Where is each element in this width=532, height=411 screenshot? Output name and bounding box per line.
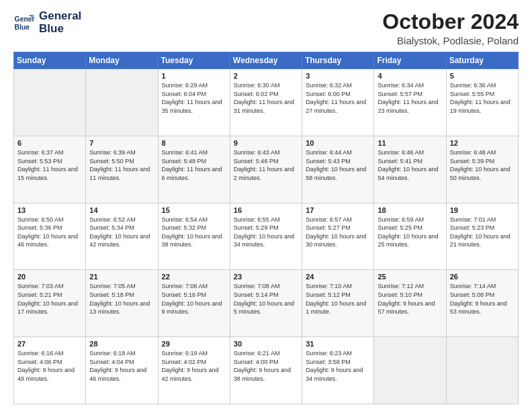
col-monday: Monday (86, 52, 158, 69)
day-info: Sunrise: 7:12 AMSunset: 5:10 PMDaylight:… (378, 283, 435, 315)
day-number: 4 (378, 72, 442, 80)
day-number: 25 (378, 273, 442, 281)
table-row: 15Sunrise: 6:54 AMSunset: 5:32 PMDayligh… (158, 203, 230, 270)
calendar-week-row: 6Sunrise: 6:37 AMSunset: 5:53 PMDaylight… (14, 136, 519, 203)
calendar-week-row: 13Sunrise: 6:50 AMSunset: 5:36 PMDayligh… (14, 203, 519, 270)
day-info: Sunrise: 7:01 AMSunset: 5:23 PMDaylight:… (450, 216, 511, 248)
day-info: Sunrise: 6:29 AMSunset: 6:04 PMDaylight:… (162, 82, 222, 114)
calendar-week-row: 27Sunrise: 6:16 AMSunset: 4:06 PMDayligh… (14, 337, 519, 404)
table-row: 29Sunrise: 6:19 AMSunset: 4:02 PMDayligh… (158, 337, 230, 404)
day-info: Sunrise: 6:16 AMSunset: 4:06 PMDaylight:… (17, 350, 75, 382)
day-info: Sunrise: 7:06 AMSunset: 5:16 PMDaylight:… (162, 283, 222, 315)
table-row: 1Sunrise: 6:29 AMSunset: 6:04 PMDaylight… (158, 69, 230, 136)
day-info: Sunrise: 6:39 AMSunset: 5:50 PMDaylight:… (89, 149, 150, 181)
table-row: 24Sunrise: 7:10 AMSunset: 5:12 PMDayligh… (302, 270, 374, 337)
day-number: 23 (234, 273, 298, 281)
day-number: 3 (306, 72, 370, 80)
day-info: Sunrise: 6:37 AMSunset: 5:53 PMDaylight:… (17, 149, 78, 181)
day-number: 2 (234, 72, 298, 80)
day-info: Sunrise: 6:48 AMSunset: 5:39 PMDaylight:… (450, 149, 511, 181)
calendar-week-row: 1Sunrise: 6:29 AMSunset: 6:04 PMDaylight… (14, 69, 519, 136)
day-number: 27 (17, 340, 82, 348)
day-info: Sunrise: 6:32 AMSunset: 6:00 PMDaylight:… (306, 82, 366, 114)
calendar-week-row: 20Sunrise: 7:03 AMSunset: 5:21 PMDayligh… (14, 270, 519, 337)
day-info: Sunrise: 6:23 AMSunset: 3:58 PMDaylight:… (306, 350, 363, 382)
table-row: 18Sunrise: 6:59 AMSunset: 5:25 PMDayligh… (374, 203, 446, 270)
day-info: Sunrise: 6:21 AMSunset: 4:00 PMDaylight:… (234, 350, 291, 382)
day-info: Sunrise: 6:41 AMSunset: 5:48 PMDaylight:… (162, 149, 222, 181)
day-info: Sunrise: 7:10 AMSunset: 5:12 PMDaylight:… (306, 283, 366, 315)
col-sunday: Sunday (14, 52, 86, 69)
table-row: 26Sunrise: 7:14 AMSunset: 5:08 PMDayligh… (446, 270, 518, 337)
day-number: 11 (378, 139, 442, 147)
table-row: 4Sunrise: 6:34 AMSunset: 5:57 PMDaylight… (374, 69, 446, 136)
day-number: 26 (450, 273, 515, 281)
table-row: 11Sunrise: 6:46 AMSunset: 5:41 PMDayligh… (374, 136, 446, 203)
day-number: 20 (17, 273, 82, 281)
day-info: Sunrise: 6:19 AMSunset: 4:02 PMDaylight:… (162, 350, 219, 382)
day-number: 8 (162, 139, 226, 147)
day-info: Sunrise: 7:05 AMSunset: 5:18 PMDaylight:… (89, 283, 150, 315)
table-row: 27Sunrise: 6:16 AMSunset: 4:06 PMDayligh… (14, 337, 86, 404)
day-info: Sunrise: 6:18 AMSunset: 4:04 PMDaylight:… (89, 350, 146, 382)
day-number: 16 (234, 206, 298, 214)
day-info: Sunrise: 7:14 AMSunset: 5:08 PMDaylight:… (450, 283, 507, 315)
calendar-header-row: Sunday Monday Tuesday Wednesday Thursday… (14, 52, 519, 69)
table-row: 6Sunrise: 6:37 AMSunset: 5:53 PMDaylight… (14, 136, 86, 203)
table-row (446, 337, 518, 404)
table-row: 17Sunrise: 6:57 AMSunset: 5:27 PMDayligh… (302, 203, 374, 270)
day-info: Sunrise: 7:03 AMSunset: 5:21 PMDaylight:… (17, 283, 78, 315)
table-row: 25Sunrise: 7:12 AMSunset: 5:10 PMDayligh… (374, 270, 446, 337)
table-row: 21Sunrise: 7:05 AMSunset: 5:18 PMDayligh… (86, 270, 158, 337)
table-row: 30Sunrise: 6:21 AMSunset: 4:00 PMDayligh… (230, 337, 302, 404)
day-number: 1 (162, 72, 226, 80)
table-row (374, 337, 446, 404)
location: Bialystok, Podlasie, Poland (382, 35, 519, 46)
table-row: 3Sunrise: 6:32 AMSunset: 6:00 PMDaylight… (302, 69, 374, 136)
month-title: October 2024 (382, 10, 519, 34)
table-row: 14Sunrise: 6:52 AMSunset: 5:34 PMDayligh… (86, 203, 158, 270)
svg-text:Blue: Blue (15, 23, 30, 30)
day-info: Sunrise: 7:08 AMSunset: 5:14 PMDaylight:… (234, 283, 294, 315)
table-row: 5Sunrise: 6:36 AMSunset: 5:55 PMDaylight… (446, 69, 518, 136)
table-row: 8Sunrise: 6:41 AMSunset: 5:48 PMDaylight… (158, 136, 230, 203)
day-info: Sunrise: 6:54 AMSunset: 5:32 PMDaylight:… (162, 216, 222, 248)
day-number: 6 (17, 139, 82, 147)
day-number: 21 (89, 273, 154, 281)
table-row: 12Sunrise: 6:48 AMSunset: 5:39 PMDayligh… (446, 136, 518, 203)
col-thursday: Thursday (302, 52, 374, 69)
day-number: 10 (306, 139, 370, 147)
day-number: 30 (234, 340, 298, 348)
col-tuesday: Tuesday (158, 52, 230, 69)
day-number: 28 (89, 340, 154, 348)
day-number: 12 (450, 139, 515, 147)
day-info: Sunrise: 6:52 AMSunset: 5:34 PMDaylight:… (89, 216, 150, 248)
col-friday: Friday (374, 52, 446, 69)
title-block: October 2024 Bialystok, Podlasie, Poland (382, 10, 519, 46)
col-saturday: Saturday (446, 52, 518, 69)
day-info: Sunrise: 6:30 AMSunset: 6:02 PMDaylight:… (234, 82, 294, 114)
day-info: Sunrise: 6:34 AMSunset: 5:57 PMDaylight:… (378, 82, 438, 114)
day-info: Sunrise: 6:57 AMSunset: 5:27 PMDaylight:… (306, 216, 366, 248)
table-row: 20Sunrise: 7:03 AMSunset: 5:21 PMDayligh… (14, 270, 86, 337)
table-row: 28Sunrise: 6:18 AMSunset: 4:04 PMDayligh… (86, 337, 158, 404)
logo-text-general: General (39, 10, 81, 23)
day-number: 24 (306, 273, 370, 281)
day-number: 17 (306, 206, 370, 214)
day-number: 18 (378, 206, 442, 214)
table-row: 23Sunrise: 7:08 AMSunset: 5:14 PMDayligh… (230, 270, 302, 337)
logo-text-blue: Blue (39, 23, 81, 36)
day-number: 5 (450, 72, 515, 80)
table-row: 22Sunrise: 7:06 AMSunset: 5:16 PMDayligh… (158, 270, 230, 337)
page: General Blue General Blue October 2024 B… (0, 0, 532, 411)
day-info: Sunrise: 6:55 AMSunset: 5:29 PMDaylight:… (234, 216, 294, 248)
day-number: 22 (162, 273, 226, 281)
day-number: 15 (162, 206, 226, 214)
table-row: 10Sunrise: 6:44 AMSunset: 5:43 PMDayligh… (302, 136, 374, 203)
day-info: Sunrise: 6:36 AMSunset: 5:55 PMDaylight:… (450, 82, 511, 114)
day-info: Sunrise: 6:44 AMSunset: 5:43 PMDaylight:… (306, 149, 366, 181)
day-info: Sunrise: 6:46 AMSunset: 5:41 PMDaylight:… (378, 149, 438, 181)
table-row: 16Sunrise: 6:55 AMSunset: 5:29 PMDayligh… (230, 203, 302, 270)
table-row: 19Sunrise: 7:01 AMSunset: 5:23 PMDayligh… (446, 203, 518, 270)
day-number: 9 (234, 139, 298, 147)
